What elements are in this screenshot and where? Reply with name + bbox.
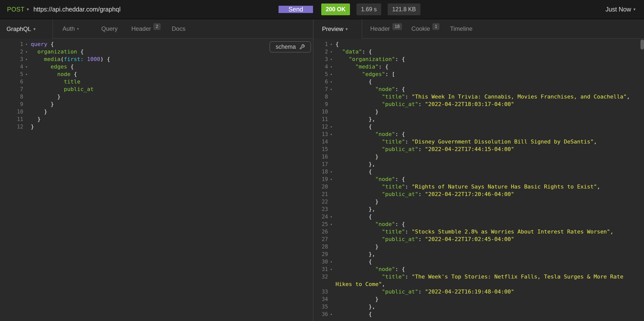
fold-spacer bbox=[328, 250, 334, 258]
fold-toggle-icon[interactable]: ▾ bbox=[23, 41, 30, 48]
tab-response-header[interactable]: Header 18 bbox=[370, 19, 402, 38]
code-line: 10 } bbox=[0, 108, 313, 116]
code-line: 25▾ "node": { bbox=[314, 220, 644, 228]
fold-spacer bbox=[23, 116, 30, 123]
line-number: 36 bbox=[314, 310, 328, 318]
code-text: }, bbox=[334, 303, 375, 310]
fold-spacer bbox=[328, 198, 334, 205]
code-line: 1▾{ bbox=[314, 41, 644, 48]
response-tab-bar: Preview ▾ Header 18 Cookie 1 Timeline bbox=[313, 19, 644, 39]
line-number: 26 bbox=[314, 228, 328, 235]
line-number: 32 bbox=[314, 273, 328, 280]
code-line: 4▾ "media": { bbox=[314, 63, 644, 71]
tab-query[interactable]: Query bbox=[101, 19, 118, 38]
chevron-down-icon: ▾ bbox=[77, 27, 79, 31]
graphql-query-editor[interactable]: schema 1▾query {2▾ organization {3▾ medi… bbox=[0, 39, 313, 321]
line-number: 17 bbox=[314, 161, 328, 168]
url-bar: POST ▾ https://api.cheddar.com/graphql S… bbox=[0, 0, 313, 19]
fold-toggle-icon[interactable]: ▾ bbox=[328, 175, 334, 183]
code-text: "media": { bbox=[334, 63, 388, 71]
fold-toggle-icon[interactable]: ▾ bbox=[23, 56, 30, 63]
code-line: 9 "public_at": "2022-04-22T18:03:17-04:0… bbox=[314, 101, 644, 108]
line-number: 9 bbox=[314, 101, 328, 108]
fold-toggle-icon[interactable]: ▾ bbox=[328, 63, 334, 71]
line-number: 21 bbox=[314, 190, 328, 198]
fold-spacer bbox=[328, 303, 334, 310]
fold-toggle-icon[interactable]: ▾ bbox=[328, 123, 334, 131]
code-text: media(first: 1000) { bbox=[30, 56, 110, 63]
code-line: 13▾ "node": { bbox=[314, 131, 644, 138]
line-number: 11 bbox=[314, 116, 328, 123]
fold-toggle-icon[interactable]: ▾ bbox=[328, 41, 334, 48]
tab-cookie[interactable]: Cookie 1 bbox=[412, 19, 440, 38]
fold-spacer bbox=[328, 288, 334, 295]
fold-toggle-icon[interactable]: ▾ bbox=[23, 63, 30, 71]
code-text: "node": { bbox=[334, 175, 405, 183]
code-line: 11 }, bbox=[314, 116, 644, 123]
code-text: node { bbox=[30, 71, 77, 78]
line-number bbox=[314, 280, 328, 288]
fold-spacer bbox=[328, 93, 334, 101]
scrollbar-thumb[interactable] bbox=[640, 40, 644, 50]
fold-toggle-icon[interactable]: ▾ bbox=[328, 48, 334, 56]
fold-toggle-icon[interactable]: ▾ bbox=[328, 131, 334, 138]
chevron-down-icon: ▾ bbox=[27, 7, 29, 12]
fold-toggle-icon[interactable]: ▾ bbox=[328, 78, 334, 86]
code-text: { bbox=[334, 78, 372, 86]
tab-auth[interactable]: Auth ▾ bbox=[62, 19, 79, 38]
code-text: } bbox=[30, 93, 60, 101]
fold-toggle-icon[interactable]: ▾ bbox=[328, 220, 334, 228]
code-text: query { bbox=[30, 41, 54, 48]
response-preview-editor[interactable]: 1▾{2▾ "data": {3▾ "organization": {4▾ "m… bbox=[313, 39, 644, 321]
line-number: 14 bbox=[314, 138, 328, 146]
preview-mode-dropdown[interactable]: Preview ▾ bbox=[314, 19, 362, 39]
send-button[interactable]: Send bbox=[278, 6, 313, 13]
code-text: { bbox=[334, 258, 372, 265]
code-text: } bbox=[334, 153, 378, 161]
line-number: 15 bbox=[314, 146, 328, 153]
fold-toggle-icon[interactable]: ▾ bbox=[328, 71, 334, 78]
fold-toggle-icon[interactable]: ▾ bbox=[23, 48, 30, 56]
line-number: 4 bbox=[314, 63, 328, 71]
tab-label: Query bbox=[101, 25, 118, 32]
fold-toggle-icon[interactable]: ▾ bbox=[328, 86, 334, 93]
tab-docs[interactable]: Docs bbox=[172, 19, 186, 38]
fold-toggle-icon[interactable]: ▾ bbox=[23, 71, 30, 78]
url-input[interactable]: https://api.cheddar.com/graphql bbox=[34, 6, 278, 13]
code-line: 9 } bbox=[0, 101, 313, 108]
status-badge: 200 OK bbox=[321, 4, 350, 15]
line-number: 27 bbox=[314, 235, 328, 243]
fold-toggle-icon[interactable]: ▾ bbox=[328, 213, 334, 220]
line-number: 10 bbox=[314, 108, 328, 116]
code-text: "node": { bbox=[334, 220, 405, 228]
code-line: 7▾ "node": { bbox=[314, 86, 644, 93]
code-text: edges { bbox=[30, 63, 74, 71]
code-text: "title": "Rights of Nature Says Nature H… bbox=[334, 183, 600, 190]
fold-toggle-icon[interactable]: ▾ bbox=[328, 168, 334, 175]
tab-header[interactable]: Header 2 bbox=[132, 19, 161, 38]
line-number: 7 bbox=[314, 86, 328, 93]
code-text: "title": "Stocks Stumble 2.8% as Worries… bbox=[334, 228, 614, 235]
code-text: "public_at": "2022-04-22T17:44:15-04:00" bbox=[334, 146, 514, 153]
method-dropdown[interactable]: POST ▾ bbox=[7, 6, 29, 13]
schema-button[interactable]: schema bbox=[270, 41, 311, 53]
cookie-count-badge: 1 bbox=[432, 23, 440, 30]
chevron-down-icon: ▾ bbox=[34, 27, 36, 32]
fold-toggle-icon[interactable]: ▾ bbox=[328, 258, 334, 265]
line-number: 5 bbox=[314, 71, 328, 78]
fold-spacer bbox=[328, 161, 334, 168]
code-text: organization { bbox=[30, 48, 84, 56]
line-number: 7 bbox=[0, 86, 23, 93]
response-history-dropdown[interactable]: Just Now ▾ bbox=[606, 6, 644, 13]
code-line: 5▾ "edges": [ bbox=[314, 71, 644, 78]
code-text: } bbox=[334, 198, 378, 205]
fold-spacer bbox=[328, 235, 334, 243]
fold-toggle-icon[interactable]: ▾ bbox=[328, 56, 334, 63]
fold-toggle-icon[interactable]: ▾ bbox=[328, 310, 334, 318]
fold-toggle-icon[interactable]: ▾ bbox=[328, 265, 334, 273]
line-number: 8 bbox=[0, 93, 23, 101]
code-line: 4▾ edges { bbox=[0, 63, 313, 71]
tab-timeline[interactable]: Timeline bbox=[450, 19, 472, 38]
body-type-dropdown[interactable]: GraphQL ▾ bbox=[0, 19, 53, 39]
code-text: title bbox=[30, 78, 80, 86]
